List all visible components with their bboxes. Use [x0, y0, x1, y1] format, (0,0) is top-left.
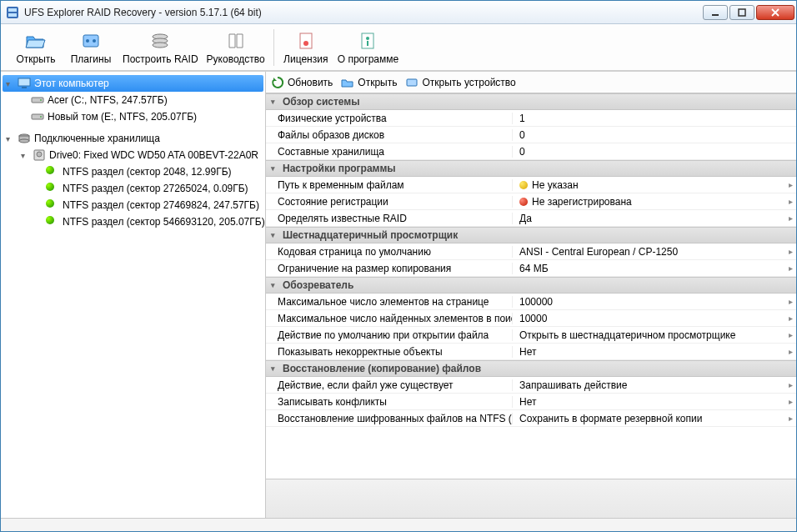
partition-icon	[46, 165, 59, 178]
prop-val: 1	[519, 113, 525, 124]
manual-button[interactable]: Руководство	[203, 27, 268, 68]
build-raid-button[interactable]: Построить RAID	[119, 27, 202, 68]
collapse-icon[interactable]: ▾	[21, 151, 33, 160]
license-icon	[295, 30, 317, 52]
open-button[interactable]: Открыть	[9, 27, 63, 68]
refresh-button[interactable]: Обновить	[271, 76, 333, 89]
main-toolbar: Открыть Плагины Построить RAID Руководст…	[1, 24, 796, 71]
tree-label: NTFS раздел (сектор 27265024, 0.09ГБ)	[63, 183, 248, 194]
storage-icon	[18, 132, 31, 145]
tree-volume-acer[interactable]: Acer (C:, NTFS, 247.57ГБ)	[3, 92, 263, 108]
prop-key: Максимальное число найденных элементов в…	[266, 313, 513, 324]
group-label: Настройки программы	[283, 163, 396, 174]
svg-point-26	[37, 152, 42, 157]
tree-connected-storages[interactable]: ▾ Подключенные хранилища	[3, 130, 263, 147]
row-if-exists[interactable]: Действие, если файл уже существуетЗапраш…	[266, 377, 796, 394]
svg-rect-15	[367, 41, 368, 46]
license-button[interactable]: Лицензия	[279, 27, 333, 68]
tree-this-computer[interactable]: ▾ Этот компьютер	[3, 75, 263, 92]
drive-icon	[31, 93, 44, 107]
svg-rect-1	[8, 8, 17, 12]
tree-label: NTFS раздел (сектор 2048, 12.99ГБ)	[63, 166, 232, 178]
group-overview[interactable]: ▾Обзор системы	[266, 93, 796, 110]
group-browser[interactable]: ▾Обозреватель	[266, 277, 796, 294]
prop-key: Составные хранилища	[266, 146, 513, 158]
collapse-icon[interactable]: ▾	[6, 79, 18, 88]
row-default-open[interactable]: Действие по умолчанию при открытии файла…	[266, 327, 796, 344]
prop-key: Записывать конфликты	[266, 396, 513, 408]
tree-label: NTFS раздел (сектор 546693120, 205.07ГБ)	[63, 216, 265, 228]
prop-val: 0	[519, 129, 525, 141]
svg-point-6	[86, 39, 89, 43]
svg-point-7	[93, 39, 96, 43]
prop-val: Нет	[519, 346, 536, 358]
chevron-right-icon: ▸	[784, 314, 796, 323]
toolbar-label: Лицензия	[283, 53, 328, 65]
chevron-right-icon: ▸	[784, 297, 796, 306]
row-phys-dev: Физические устройства1	[266, 110, 796, 127]
titlebar: UFS Explorer RAID Recovery - version 5.1…	[1, 1, 796, 24]
about-button[interactable]: О программе	[334, 27, 402, 68]
row-max-page[interactable]: Максимальное число элементов на странице…	[266, 294, 796, 310]
row-show-bad[interactable]: Показывать некорректные объектыНет▸	[266, 344, 796, 360]
collapse-icon[interactable]: ▾	[271, 281, 283, 289]
prop-key: Показывать некорректные объекты	[266, 346, 513, 358]
drive-icon	[31, 110, 44, 123]
collapse-icon[interactable]: ▾	[271, 164, 283, 173]
prop-val: 0	[519, 146, 525, 158]
open-device-button[interactable]: Открыть устройство	[405, 76, 515, 89]
partition-icon	[46, 198, 59, 212]
row-codepage[interactable]: Кодовая страница по умолчаниюANSI - Cent…	[266, 243, 796, 260]
svg-rect-16	[18, 78, 30, 86]
tree-volume-new[interactable]: Новый том (E:, NTFS, 205.07ГБ)	[3, 108, 263, 125]
sub-label: Обновить	[288, 77, 333, 88]
prop-key: Путь к временным файлам	[266, 179, 513, 191]
prop-val: Открыть в шестнадцатеричном просмотрщике	[519, 329, 735, 341]
tree-partition[interactable]: NTFS раздел (сектор 546693120, 205.07ГБ)	[3, 213, 263, 230]
row-max-found[interactable]: Максимальное число найденных элементов в…	[266, 310, 796, 327]
row-reg-state[interactable]: Состояние регистрацииНе зарегистрирована…	[266, 193, 796, 210]
tree-label: Подключенные хранилища	[34, 133, 160, 144]
row-efs[interactable]: Восстановление шифрованных файлов на NTF…	[266, 410, 796, 427]
tree-drive0[interactable]: ▾ Drive0: Fixed WDC WD50 ATA 00BEVT-22A0…	[3, 147, 263, 163]
info-icon	[357, 30, 378, 52]
plugins-button[interactable]: Плагины	[64, 27, 118, 68]
chevron-right-icon: ▸	[784, 197, 796, 206]
svg-rect-17	[22, 87, 27, 88]
group-recovery[interactable]: ▾Восстановление (копирование) файлов	[266, 360, 796, 377]
prop-key: Действие, если файл уже существует	[266, 379, 513, 391]
collapse-icon[interactable]: ▾	[271, 364, 283, 373]
right-pane: Обновить Открыть Открыть устройство ▾Обз…	[266, 72, 796, 518]
tree-partition[interactable]: NTFS раздел (сектор 2048, 12.99ГБ)	[3, 163, 263, 180]
prop-val: Нет	[519, 396, 536, 408]
tree-partition[interactable]: NTFS раздел (сектор 27265024, 0.09ГБ)	[3, 180, 263, 197]
collapse-icon[interactable]: ▾	[271, 98, 283, 106]
tree-partition[interactable]: NTFS раздел (сектор 27469824, 247.57ГБ)	[3, 197, 263, 213]
row-img-files: Файлы образов дисков0	[266, 127, 796, 143]
prop-key: Действие по умолчанию при открытии файла	[266, 329, 513, 341]
svg-rect-4	[739, 9, 745, 16]
chevron-right-icon: ▸	[784, 380, 796, 389]
row-log-confl[interactable]: Записывать конфликтыНет▸	[266, 394, 796, 410]
row-tmp-path[interactable]: Путь к временным файламНе указан▸	[266, 177, 796, 193]
prop-key: Максимальное число элементов на странице	[266, 296, 513, 308]
group-label: Восстановление (копирование) файлов	[283, 363, 481, 374]
chevron-right-icon: ▸	[784, 263, 796, 273]
row-known-raid[interactable]: Оределять известные RAIDДа▸	[266, 210, 796, 227]
close-button[interactable]	[756, 5, 794, 20]
group-hex[interactable]: ▾Шестнадцатеричный просмотрщик	[266, 227, 796, 243]
book-icon	[225, 30, 247, 52]
prop-key: Ограничение на размер копирования	[266, 263, 513, 274]
sub-label: Открыть	[358, 77, 397, 88]
maximize-button[interactable]	[729, 5, 754, 20]
group-settings[interactable]: ▾Настройки программы	[266, 160, 796, 177]
app-icon	[6, 6, 19, 19]
row-copy-limit[interactable]: Ограничение на размер копирования64 МБ▸	[266, 260, 796, 277]
collapse-icon[interactable]: ▾	[271, 231, 283, 239]
svg-point-12	[303, 41, 308, 46]
sub-label: Открыть устройство	[422, 77, 515, 88]
collapse-icon[interactable]: ▾	[6, 134, 18, 143]
open-button[interactable]: Открыть	[341, 76, 397, 89]
minimize-button[interactable]	[703, 5, 728, 20]
row-comp-stor: Составные хранилища0	[266, 143, 796, 160]
